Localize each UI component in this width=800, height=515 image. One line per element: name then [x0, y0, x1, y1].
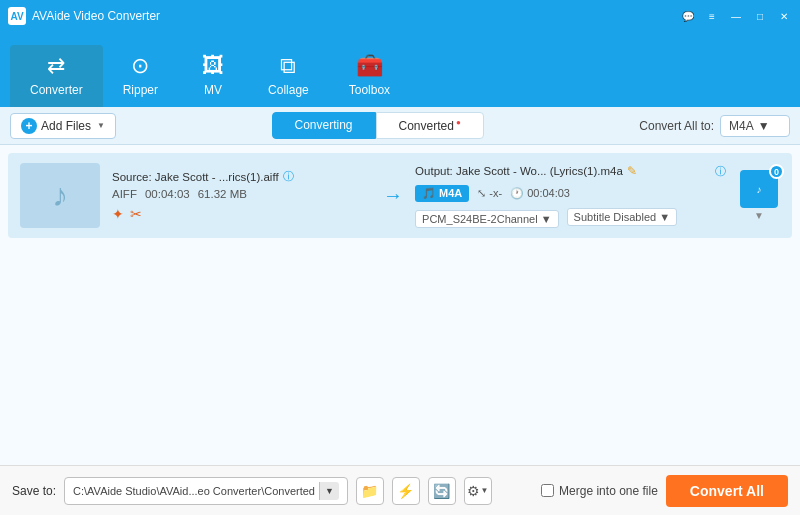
window-controls: 💬 ≡ — □ ✕: [680, 8, 792, 24]
size-info: ⤡ -x-: [477, 187, 502, 200]
nav-ripper[interactable]: ⊙ Ripper: [103, 45, 178, 107]
output-format-text: M4A: [439, 187, 462, 199]
output-settings: 🎵 M4A ⤡ -x- 🕐 00:04:03: [415, 185, 726, 202]
save-to-label: Save to:: [12, 484, 56, 498]
nav-mv-label: MV: [204, 83, 222, 97]
convert-arrow: →: [383, 184, 403, 207]
output-text: Output: Jake Scott - Wo... (Lyrics(1).m4…: [415, 165, 623, 177]
m4a-icon-text: ♪: [757, 184, 762, 195]
output-info-icon[interactable]: ⓘ: [715, 164, 726, 179]
folder-button[interactable]: 📁: [356, 477, 384, 505]
close-button[interactable]: ✕: [776, 8, 792, 24]
codec-arrow: ▼: [541, 213, 552, 225]
file-output: Output: Jake Scott - Wo... (Lyrics(1).m4…: [415, 164, 726, 228]
resize-icon: ⤡: [477, 187, 486, 200]
file-info: Source: Jake Scott - ...rics(1).aiff ⓘ A…: [112, 169, 371, 222]
edit-icon[interactable]: ✎: [627, 164, 637, 178]
navbar: ⇄ Converter ⊙ Ripper 🖼 MV ⧉ Collage 🧰 To…: [0, 32, 800, 107]
nav-toolbox-label: Toolbox: [349, 83, 390, 97]
output-row2: PCM_S24BE-2Channel ▼ Subtitle Disabled ▼: [415, 206, 726, 228]
nav-collage-label: Collage: [268, 83, 309, 97]
convert-all-to: Convert All to: M4A ▼: [639, 115, 790, 137]
audio-codec-select[interactable]: PCM_S24BE-2Channel ▼: [415, 210, 558, 228]
toolbar: + Add Files ▼ Converting Converted● Conv…: [0, 107, 800, 145]
size-value: -x-: [489, 187, 502, 199]
merge-label: Merge into one file: [559, 484, 658, 498]
file-thumbnail: ♪: [20, 163, 100, 228]
ripper-icon: ⊙: [131, 53, 149, 79]
main-content: ♪ Source: Jake Scott - ...rics(1).aiff ⓘ…: [0, 145, 800, 465]
output-format-badge: 🎵 M4A: [415, 185, 469, 202]
music-icon: ♪: [52, 177, 68, 214]
file-meta: AIFF 00:04:03 61.32 MB: [112, 188, 371, 200]
output-duration: 00:04:03: [527, 187, 570, 199]
mv-icon: 🖼: [202, 53, 224, 79]
merge-checkbox-label[interactable]: Merge into one file: [541, 484, 658, 498]
clock-icon: 🕐: [510, 187, 524, 200]
settings-arrow: ▼: [480, 486, 488, 495]
maximize-button[interactable]: □: [752, 8, 768, 24]
source-text: Source: Jake Scott - ...rics(1).aiff: [112, 171, 279, 183]
icon-dropdown-arrow[interactable]: ▼: [754, 210, 764, 221]
nav-converter[interactable]: ⇄ Converter: [10, 45, 103, 107]
source-size: 61.32 MB: [198, 188, 247, 200]
audio-codec-value: PCM_S24BE-2Channel: [422, 213, 538, 225]
source-duration: 00:04:03: [145, 188, 190, 200]
nav-ripper-label: Ripper: [123, 83, 158, 97]
sparkle-button[interactable]: ✦: [112, 206, 124, 222]
nav-mv[interactable]: 🖼 MV: [178, 45, 248, 107]
output-header: Output: Jake Scott - Wo... (Lyrics(1).m4…: [415, 164, 726, 179]
tab-converted[interactable]: Converted●: [376, 112, 484, 139]
nav-collage[interactable]: ⧉ Collage: [248, 45, 329, 107]
file-source: Source: Jake Scott - ...rics(1).aiff ⓘ: [112, 169, 371, 184]
bottombar: Save to: C:\AVAide Studio\AVAid...eo Con…: [0, 465, 800, 515]
time-info: 🕐 00:04:03: [510, 187, 570, 200]
nav-toolbox[interactable]: 🧰 Toolbox: [329, 45, 410, 107]
toolbox-icon: 🧰: [356, 53, 383, 79]
settings-button[interactable]: ⚙ ▼: [464, 477, 492, 505]
app-title: AVAide Video Converter: [32, 9, 680, 23]
converter-icon: ⇄: [47, 53, 65, 79]
badge-count: 0: [769, 164, 784, 179]
source-info-icon[interactable]: ⓘ: [283, 169, 294, 184]
save-path-text: C:\AVAide Studio\AVAid...eo Converter\Co…: [73, 485, 315, 497]
tab-group: Converting Converted●: [116, 112, 639, 139]
app-icon: AV: [8, 7, 26, 25]
format-value: M4A: [729, 119, 754, 133]
save-path-input[interactable]: C:\AVAide Studio\AVAid...eo Converter\Co…: [64, 477, 348, 505]
add-files-label: Add Files: [41, 119, 91, 133]
merge-checkbox[interactable]: [541, 484, 554, 497]
file-actions: ✦ ✂: [112, 206, 371, 222]
file-icon-right: 0 ♪ ▼: [738, 170, 780, 221]
lightning-button[interactable]: ⚡: [392, 477, 420, 505]
output-format-icon: 🎵: [422, 187, 436, 200]
minimize-button[interactable]: —: [728, 8, 744, 24]
converted-dot: ●: [456, 118, 461, 127]
source-format: AIFF: [112, 188, 137, 200]
convert-all-button[interactable]: Convert All: [666, 475, 788, 507]
collage-icon: ⧉: [280, 53, 296, 79]
subtitle-value: Subtitle Disabled: [574, 211, 657, 223]
cut-button[interactable]: ✂: [130, 206, 142, 222]
subtitle-arrow: ▼: [659, 211, 670, 223]
subtitle-select[interactable]: Subtitle Disabled ▼: [567, 208, 677, 226]
add-files-button[interactable]: + Add Files ▼: [10, 113, 116, 139]
menu-button[interactable]: ≡: [704, 8, 720, 24]
add-files-arrow: ▼: [97, 121, 105, 130]
add-icon: +: [21, 118, 37, 134]
nav-converter-label: Converter: [30, 83, 83, 97]
chat-button[interactable]: 💬: [680, 8, 696, 24]
convert-all-to-label: Convert All to:: [639, 119, 714, 133]
titlebar: AV AVAide Video Converter 💬 ≡ — □ ✕: [0, 0, 800, 32]
file-item: ♪ Source: Jake Scott - ...rics(1).aiff ⓘ…: [8, 153, 792, 238]
format-arrow: ▼: [758, 119, 770, 133]
tab-converting[interactable]: Converting: [272, 112, 376, 139]
path-dropdown-arrow[interactable]: ▼: [319, 482, 339, 500]
refresh-button[interactable]: 🔄: [428, 477, 456, 505]
m4a-icon: 0 ♪: [740, 170, 778, 208]
format-select[interactable]: M4A ▼: [720, 115, 790, 137]
